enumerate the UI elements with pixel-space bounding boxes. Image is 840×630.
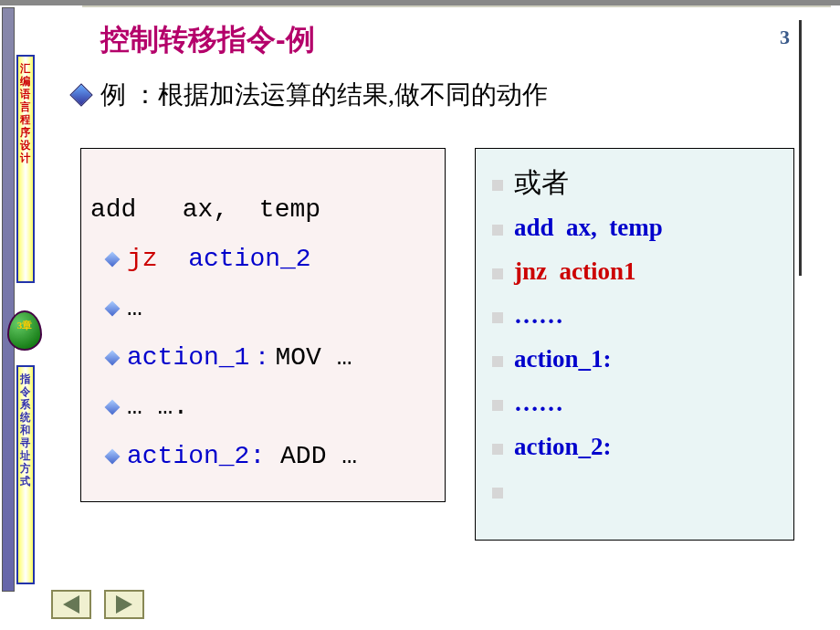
slide-number: 3: [780, 26, 790, 49]
code-line: jnz action1: [485, 249, 784, 293]
example-heading: 例 ：根据加法运算的结果,做不同的动作: [100, 78, 548, 112]
square-bullet-icon: [492, 400, 503, 411]
window-decoration-bar: [2, 7, 15, 592]
square-bullet-icon: [492, 488, 503, 499]
prev-button[interactable]: [51, 590, 91, 619]
square-bullet-icon: [492, 268, 503, 279]
code-box-right: 或者 add ax, temp jnz action1 …… action_1:…: [475, 148, 794, 541]
next-button[interactable]: [104, 590, 144, 619]
sidebar-top-text: 汇编语言程序设计: [18, 62, 32, 164]
sidebar-bottom-text: 指令系统和寻址方式: [18, 373, 32, 488]
square-bullet-icon: [492, 356, 503, 367]
diamond-bullet-icon: [105, 350, 121, 365]
code-line: add ax, temp: [485, 205, 784, 249]
code-line: add ax, temp: [90, 185, 436, 235]
slide-title: 控制转移指令-例: [100, 20, 315, 60]
diamond-bullet-icon: [105, 251, 121, 267]
triangle-right-icon: [116, 595, 132, 614]
diamond-bullet-icon: [69, 83, 92, 106]
code-line: jz action_2: [90, 235, 436, 284]
code-line-empty: [485, 468, 784, 512]
chapter-badge: 3章: [7, 310, 42, 351]
code-line: … ….: [90, 383, 436, 432]
square-bullet-icon: [492, 225, 503, 236]
square-bullet-icon: [492, 312, 503, 323]
accent-bar: [799, 20, 802, 276]
square-bullet-icon: [492, 180, 503, 191]
code-line: ……: [485, 293, 784, 337]
top-divider: [82, 5, 831, 7]
code-line: action_1：MOV …: [90, 333, 436, 383]
code-line: action_1:: [485, 337, 784, 381]
diamond-bullet-icon: [105, 300, 121, 316]
code-line: action_2:: [485, 425, 784, 468]
diamond-bullet-icon: [105, 399, 121, 415]
square-bullet-icon: [492, 444, 503, 455]
code-line: …: [90, 284, 436, 333]
diamond-bullet-icon: [105, 448, 121, 464]
sidebar-label-bottom: 指令系统和寻址方式: [16, 365, 35, 584]
sidebar-label-top: 汇编语言程序设计: [16, 55, 35, 283]
right-heading: 或者: [485, 160, 784, 205]
code-box-left: add ax, temp jz action_2 … action_1：MOV …: [80, 148, 446, 502]
chapter-text: 3章: [17, 320, 33, 331]
code-line: ……: [485, 381, 784, 425]
code-line: action_2: ADD …: [90, 432, 436, 481]
triangle-left-icon: [63, 595, 79, 614]
